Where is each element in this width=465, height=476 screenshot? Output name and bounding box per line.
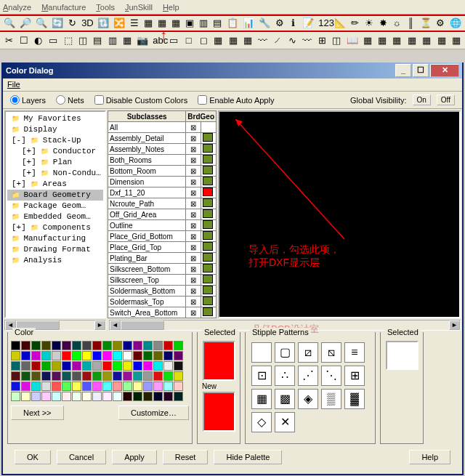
color-swatch[interactable] — [41, 392, 51, 401]
color-swatch[interactable] — [41, 341, 51, 350]
color-swatch[interactable] — [82, 392, 92, 401]
color-swatch[interactable] — [133, 392, 142, 401]
stipple-pattern[interactable]: ▦ — [251, 389, 272, 409]
color-swatch[interactable] — [133, 382, 142, 391]
color-swatch[interactable] — [62, 392, 71, 401]
toolbar-icon[interactable]: ↻ — [67, 17, 78, 30]
menu-manufacture[interactable]: Manufacture — [41, 3, 86, 12]
color-cell[interactable] — [201, 307, 216, 318]
stipple-pattern[interactable]: ▩ — [275, 389, 295, 409]
color-swatch[interactable] — [92, 382, 102, 391]
stipple-pattern[interactable]: ⋱ — [321, 366, 341, 386]
stipple-pattern[interactable]: ⧅ — [321, 342, 341, 363]
color-swatch[interactable] — [143, 341, 153, 350]
color-swatch[interactable] — [174, 392, 183, 401]
color-swatch[interactable] — [92, 351, 102, 360]
color-swatch[interactable] — [143, 351, 153, 360]
color-swatch[interactable] — [11, 382, 20, 391]
color-swatch[interactable] — [174, 351, 183, 360]
color-swatch[interactable] — [123, 371, 132, 381]
color-swatch[interactable] — [92, 341, 102, 350]
visibility-checkbox[interactable]: ⊠ — [186, 133, 201, 144]
color-swatch[interactable] — [123, 392, 132, 401]
visibility-checkbox[interactable]: ⊠ — [186, 177, 201, 187]
tree-node[interactable]: [+] Components — [7, 222, 103, 233]
visibility-checkbox[interactable]: ⊠ — [186, 166, 201, 177]
color-cell[interactable] — [201, 220, 216, 231]
color-swatch[interactable] — [62, 361, 71, 371]
color-swatch[interactable] — [31, 382, 41, 391]
toolbar-icon[interactable]: 123 — [318, 17, 331, 30]
toolbar-icon[interactable]: ▭ — [168, 34, 179, 47]
color-swatch[interactable] — [82, 361, 92, 371]
toolbar-icon[interactable]: ⟋ — [272, 34, 283, 47]
file-menu[interactable]: File — [7, 80, 20, 89]
color-swatch[interactable] — [82, 371, 92, 381]
color-cell[interactable] — [201, 187, 216, 198]
color-swatch[interactable] — [113, 351, 122, 360]
tree-node[interactable]: Package Geom… — [7, 201, 103, 211]
color-swatch[interactable] — [123, 361, 132, 371]
color-swatch[interactable] — [153, 341, 163, 350]
color-swatch[interactable] — [11, 371, 20, 381]
toolbar-icon[interactable]: ▣ — [185, 17, 195, 30]
tree-node[interactable]: [+] Areas — [7, 179, 103, 190]
toolbar-icon[interactable]: 🔍 — [35, 17, 48, 30]
layer-tree[interactable]: My FavoritesDisplay[-] Stack-Up[+] Condu… — [4, 110, 106, 318]
stipple-pattern[interactable]: ▢ — [275, 342, 295, 363]
nets-radio[interactable]: Nets — [56, 95, 84, 105]
color-swatch[interactable] — [72, 341, 81, 350]
toolbar-icon[interactable]: ▦ — [450, 34, 462, 47]
color-swatch[interactable] — [153, 361, 163, 371]
tree-node[interactable]: [+] Plan — [7, 157, 103, 168]
toolbar-icon[interactable]: ✸ — [378, 17, 389, 30]
color-cell[interactable] — [201, 231, 216, 242]
stipple-pattern[interactable]: ∴ — [275, 366, 295, 386]
toolbar-icon[interactable]: ▥ — [198, 17, 209, 30]
toolbar-icon[interactable]: 🔍 — [3, 17, 16, 30]
color-swatch[interactable] — [153, 382, 163, 391]
cancel-button[interactable]: Cancel — [57, 450, 106, 464]
visibility-checkbox[interactable]: ⊠ — [186, 231, 201, 242]
minimize-button[interactable]: _ — [395, 64, 411, 77]
layers-radio[interactable]: Layers — [10, 95, 46, 105]
close-button[interactable]: ✕ — [430, 64, 459, 77]
tree-node[interactable]: [+] Non-Condu… — [7, 168, 103, 179]
visibility-checkbox[interactable]: ⊠ — [186, 209, 201, 220]
color-cell[interactable] — [201, 297, 216, 307]
color-swatch[interactable] — [163, 392, 173, 401]
toolbar-icon[interactable]: ▦ — [171, 17, 182, 30]
visibility-checkbox[interactable]: ⊠ — [186, 297, 201, 307]
toolbar-icon[interactable]: 📷 — [136, 34, 149, 47]
reset-button[interactable]: Reset — [163, 450, 209, 464]
color-swatch[interactable] — [82, 341, 92, 350]
toolbar-icon[interactable]: ☐ — [17, 34, 29, 47]
color-swatch[interactable] — [62, 382, 71, 391]
color-swatch[interactable] — [143, 361, 153, 371]
stipple-pattern[interactable]: ✕ — [275, 412, 295, 432]
gv-off-button[interactable]: Off — [437, 94, 455, 105]
color-swatch[interactable] — [72, 392, 81, 401]
color-swatch[interactable] — [113, 371, 122, 381]
toolbar-icon[interactable]: ▤ — [92, 34, 103, 47]
color-swatch[interactable] — [72, 361, 81, 371]
color-swatch[interactable] — [163, 371, 173, 381]
toolbar-icon[interactable]: ⊞ — [316, 34, 328, 47]
toolbar-icon[interactable]: ⚙ — [274, 17, 285, 30]
color-swatch[interactable] — [72, 371, 81, 381]
toolbar-icon[interactable]: ▦ — [227, 34, 239, 47]
toolbar-icon[interactable]: ◫ — [77, 34, 89, 47]
visibility-checkbox[interactable]: ⊠ — [186, 220, 201, 231]
tree-node[interactable]: Analysis — [7, 255, 103, 266]
maximize-button[interactable]: ☐ — [413, 64, 429, 77]
color-swatch[interactable] — [31, 341, 41, 350]
color-swatch[interactable] — [102, 382, 112, 391]
color-cell[interactable] — [201, 155, 216, 166]
color-swatch[interactable] — [163, 351, 173, 360]
stipple-pattern[interactable]: ⧄ — [298, 342, 318, 363]
stipple-pattern[interactable]: ⋰ — [298, 366, 318, 386]
color-swatch[interactable] — [41, 371, 51, 381]
tree-node[interactable]: My Favorites — [7, 113, 103, 124]
stipple-pattern[interactable]: ⊞ — [344, 366, 365, 386]
color-swatch[interactable] — [113, 361, 122, 371]
